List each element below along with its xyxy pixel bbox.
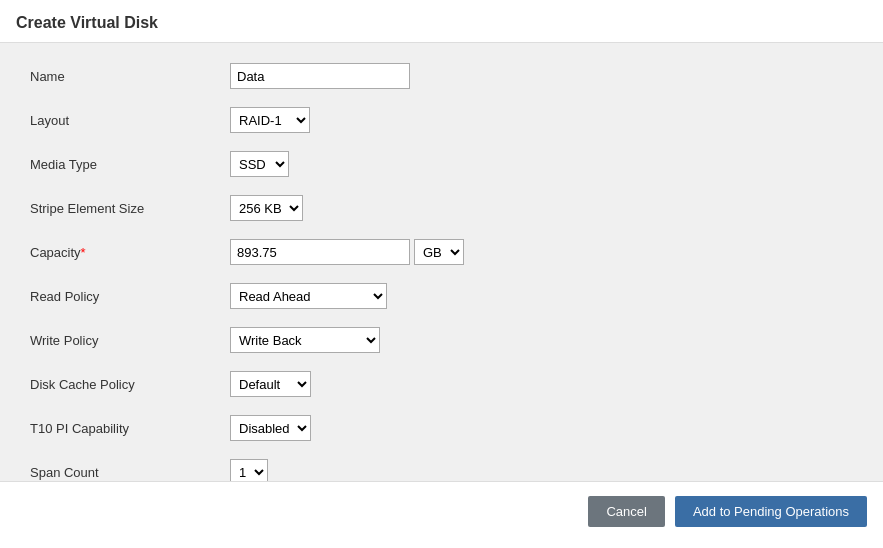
media-type-row: Media Type SSD HDD [30,151,853,177]
page-title: Create Virtual Disk [16,14,158,31]
read-policy-select[interactable]: Read Ahead No Read Ahead Adaptive Read A… [230,283,387,309]
stripe-size-select[interactable]: 64 KB 128 KB 256 KB 512 KB 1 MB [230,195,303,221]
layout-select[interactable]: RAID-1 RAID-0 RAID-5 RAID-6 RAID-10 [230,107,310,133]
layout-row: Layout RAID-1 RAID-0 RAID-5 RAID-6 RAID-… [30,107,853,133]
media-type-label: Media Type [30,157,230,172]
read-policy-label: Read Policy [30,289,230,304]
t10-pi-select[interactable]: Disabled Enabled [230,415,311,441]
footer: Cancel Add to Pending Operations [0,481,883,541]
t10-pi-row: T10 PI Capability Disabled Enabled [30,415,853,441]
disk-cache-policy-select[interactable]: Default Enabled Disabled [230,371,311,397]
stripe-size-label: Stripe Element Size [30,201,230,216]
span-count-select[interactable]: 1 2 3 4 [230,459,268,481]
capacity-input[interactable] [230,239,410,265]
t10-pi-label: T10 PI Capability [30,421,230,436]
add-to-pending-button[interactable]: Add to Pending Operations [675,496,867,527]
capacity-unit-select[interactable]: MB GB TB [414,239,464,265]
write-policy-label: Write Policy [30,333,230,348]
capacity-input-group: MB GB TB [230,239,464,265]
write-policy-row: Write Policy Write Back Write Through Wr… [30,327,853,353]
span-count-label: Span Count [30,465,230,480]
page-header: Create Virtual Disk [0,0,883,43]
content-area: Name Layout RAID-1 RAID-0 RAID-5 RAID-6 … [0,43,883,481]
write-policy-select[interactable]: Write Back Write Through Write Back with… [230,327,380,353]
capacity-label: Capacity* [30,245,230,260]
name-row: Name [30,63,853,89]
media-type-select[interactable]: SSD HDD [230,151,289,177]
read-policy-row: Read Policy Read Ahead No Read Ahead Ada… [30,283,853,309]
stripe-size-row: Stripe Element Size 64 KB 128 KB 256 KB … [30,195,853,221]
disk-cache-policy-row: Disk Cache Policy Default Enabled Disabl… [30,371,853,397]
capacity-row: Capacity* MB GB TB [30,239,853,265]
cancel-button[interactable]: Cancel [588,496,664,527]
required-star: * [81,245,86,260]
name-label: Name [30,69,230,84]
layout-label: Layout [30,113,230,128]
name-input[interactable] [230,63,410,89]
disk-cache-policy-label: Disk Cache Policy [30,377,230,392]
span-count-row: Span Count 1 2 3 4 [30,459,853,481]
